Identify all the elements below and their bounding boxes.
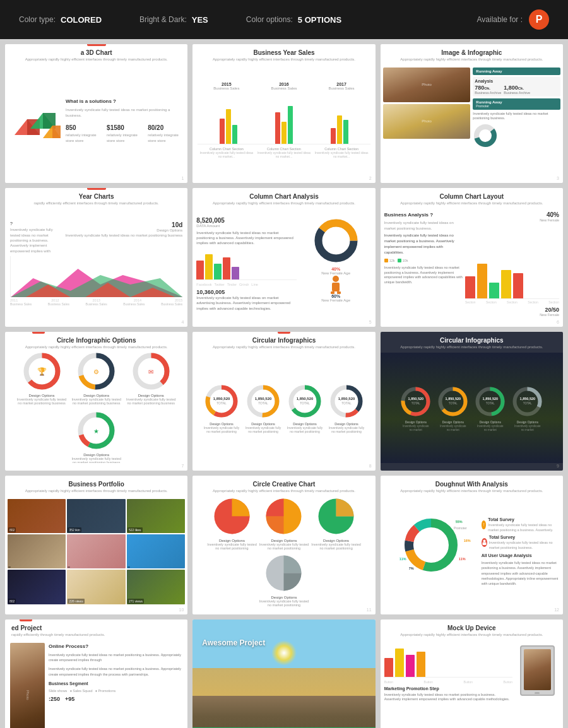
card-image-infographic[interactable]: Image & Infographic Appropriately rapidl… bbox=[381, 44, 563, 183]
page-num: 12 bbox=[554, 608, 559, 612]
card-mock-up-device[interactable]: Mock Up Device Appropriately rapidly hig… bbox=[381, 619, 563, 728]
card-title: Image & Infographic bbox=[381, 44, 563, 57]
card-content: Awesome Project ▶ Creative Header Here I… bbox=[192, 619, 375, 728]
pct1: 40% bbox=[331, 267, 340, 271]
accent-bar bbox=[87, 188, 106, 190]
accent-bar bbox=[87, 44, 106, 46]
big-val: 8,520,005 bbox=[196, 217, 296, 224]
card-subtitle: Appropriately rapidly highly efficient i… bbox=[192, 201, 375, 209]
svg-rect-60 bbox=[482, 543, 486, 546]
page-num: 7 bbox=[181, 464, 184, 468]
card-title: Column Chart Layout bbox=[381, 188, 563, 201]
person-icon bbox=[329, 275, 342, 294]
analysis-title: Business Analysis ? bbox=[384, 211, 463, 219]
big-val2: 10,360,005 bbox=[196, 289, 296, 295]
card-content: What is a solutions ? Inventively syndic… bbox=[5, 65, 187, 175]
color-options-label: Color options: bbox=[246, 15, 293, 24]
svg-point-16 bbox=[333, 276, 339, 282]
pct2-label: New Female Age bbox=[321, 298, 350, 302]
card-subtitle: Appropriately rapidly highly efficient i… bbox=[381, 489, 563, 496]
pie-2 bbox=[263, 496, 304, 537]
card-title: Column Chart Analysis bbox=[192, 188, 375, 201]
card-column-chart-layout[interactable]: Column Chart Layout Appropriately rapidl… bbox=[381, 188, 563, 327]
card-content: 2015Business Sales 2016Business Sales 20… bbox=[192, 65, 375, 175]
page-num: 5 bbox=[369, 320, 372, 324]
segment-title: Business Segment bbox=[49, 681, 182, 688]
process-title: Online Process? bbox=[49, 643, 182, 650]
card-subtitle: Appropriately rapidly highly efficient i… bbox=[5, 489, 187, 496]
card-subtitle: Appropriately rapidly highly efficient i… bbox=[192, 489, 375, 496]
page-num: 3 bbox=[557, 176, 559, 180]
card-circular-infographics[interactable]: Circular Infographics Appropriately rapi… bbox=[192, 332, 375, 471]
accent-bar bbox=[278, 332, 290, 334]
card-content: 🏆 Design OptionsInventively syndicate fu… bbox=[5, 353, 187, 463]
bright-dark-item: Bright & Dark: YES bbox=[139, 15, 208, 25]
card-content: Photo Online Process? Inventively syndic… bbox=[5, 640, 187, 728]
card-title: Doughnut With Analysis bbox=[381, 476, 563, 489]
card-circle-infographic-options[interactable]: Circle Infographic Options Appropriately… bbox=[5, 332, 187, 471]
card-business-portfolio[interactable]: Business Portfolio Appropriately rapidly… bbox=[5, 476, 187, 614]
card-title: Circular Infographics bbox=[381, 332, 563, 345]
card-column-chart-analysis[interactable]: Column Chart Analysis Appropriately rapi… bbox=[192, 188, 375, 327]
card-online-project[interactable]: ed Project rapidly efficiently through t… bbox=[5, 619, 187, 728]
page-num: 9 bbox=[557, 464, 559, 468]
card-title: Year Charts bbox=[5, 188, 187, 201]
svg-marker-5 bbox=[52, 126, 61, 138]
card-subtitle: Appropriately rapidly highly efficient i… bbox=[381, 633, 563, 640]
pie-3 bbox=[316, 496, 357, 537]
accent-bar bbox=[20, 619, 32, 621]
pie-4 bbox=[263, 553, 304, 594]
pie-1 bbox=[211, 496, 252, 537]
card-title: Business Portfolio bbox=[5, 476, 187, 489]
card-content: 802 352 ikin 522 likes 802 bbox=[5, 496, 187, 607]
card-3d-chart[interactable]: a 3D Chart Appropriately rapidly highly … bbox=[5, 44, 187, 183]
card-circle-creative-chart[interactable]: Circle Creative Chart Appropriately rapi… bbox=[192, 476, 375, 614]
card-doughnut-with-analysis[interactable]: Doughnut With Analysis Appropriately rap… bbox=[381, 476, 563, 614]
card-content: Photo Photo Running Away Analysis bbox=[381, 65, 563, 175]
card-title: Mock Up Device bbox=[381, 619, 563, 633]
color-options-item: Color options: 5 OPTIONS bbox=[246, 15, 341, 25]
pct2: 60% bbox=[331, 294, 340, 298]
card-content: Design OptionsInventively syndicate full… bbox=[192, 496, 375, 607]
card-content: ? Inventively syndicate fully tested ide… bbox=[5, 209, 187, 319]
color-type-label: Color type: bbox=[19, 15, 56, 24]
card-subtitle: Appropriately rapidly highly efficient i… bbox=[381, 57, 563, 65]
marketing-step-label: Marketing Promotion Step bbox=[384, 686, 512, 691]
page-num: 1 bbox=[181, 176, 184, 180]
card-subtitle: rapidly efficiently through timely manuf… bbox=[5, 633, 187, 640]
color-type-value: COLORED bbox=[61, 15, 102, 25]
total-survey-label: Total Survey bbox=[488, 517, 559, 523]
card-subtitle: Appropriately rapidly highly efficient i… bbox=[5, 57, 187, 65]
card-business-year-sales[interactable]: Business Year Sales Appropriately rapidl… bbox=[192, 44, 375, 183]
card-subtitle: Appropriately rapidly highly efficient i… bbox=[192, 345, 375, 353]
card-awesome-project[interactable]: Awesome Project ▶ Creative Header Here I… bbox=[192, 619, 375, 728]
card-subtitle: Appropriately rapidly highly efficient i… bbox=[381, 201, 563, 209]
available-for-label: Available for : bbox=[477, 15, 523, 24]
card-content: ButtonButtonButtonButton Marketing Promo… bbox=[381, 640, 563, 728]
card-title: Circle Creative Chart bbox=[192, 476, 375, 489]
card-subtitle: rapidly efficiently efficient interfaces… bbox=[5, 201, 187, 209]
card-subtitle: Appropriately rapidly highly efficient i… bbox=[192, 57, 375, 65]
card-content: 55% Promoter 16% 11% 7% 11% ↑ Total Surv… bbox=[381, 496, 563, 607]
card-title: Circle Infographic Options bbox=[5, 332, 187, 345]
card-circular-infographics-dark[interactable]: Circular Infographics Appropriately rapi… bbox=[381, 332, 563, 471]
page-num: 6 bbox=[557, 320, 559, 324]
card-content: 8,520,005 DATA Amount Inventively syndic… bbox=[192, 209, 375, 319]
svg-rect-17 bbox=[332, 283, 340, 291]
page-num: 4 bbox=[181, 320, 184, 324]
main-doughnut-svg bbox=[403, 517, 459, 573]
person-small-icon bbox=[482, 539, 487, 545]
total-survey-2-label: Total Survey bbox=[489, 534, 559, 541]
svg-point-59 bbox=[483, 540, 485, 543]
card-content: 1,850,520TOTAL Design OptionsInventively… bbox=[192, 353, 375, 463]
page-num: 11 bbox=[367, 608, 372, 612]
card-title: Circular Infographics bbox=[192, 332, 375, 345]
card-year-charts[interactable]: Year Charts rapidly efficiently efficien… bbox=[5, 188, 187, 327]
page-num: 2 bbox=[369, 176, 372, 180]
page-num: 10 bbox=[179, 608, 184, 612]
small-donut bbox=[473, 123, 498, 148]
card-title: a 3D Chart bbox=[5, 44, 187, 57]
prezi-icon: P bbox=[529, 9, 549, 30]
card-subtitle: Appropriately rapidly highly efficient i… bbox=[381, 345, 563, 353]
mountain-chart-svg bbox=[11, 256, 182, 297]
